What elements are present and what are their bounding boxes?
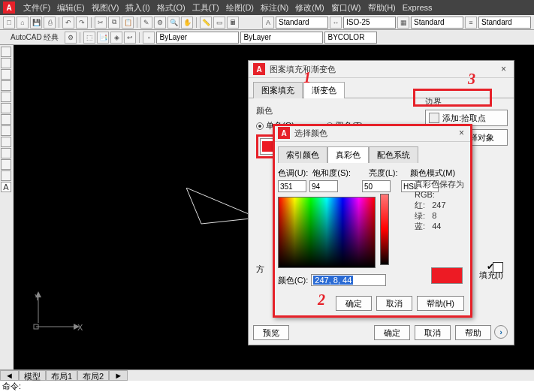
ucs-icon: Y X	[36, 323, 81, 332]
mlstyle-dropdown[interactable]: Standard	[478, 17, 531, 29]
preview-swatch	[431, 267, 463, 284]
border-group-label: 边界	[425, 96, 508, 107]
lum-label: 亮度(L):	[369, 167, 398, 179]
ok-button[interactable]: 确定	[374, 325, 410, 340]
dimstyle-dropdown[interactable]: ISO-25	[343, 17, 396, 29]
plot-icon[interactable]: ⎙	[44, 17, 56, 29]
close-icon[interactable]: ×	[498, 64, 509, 74]
sat-input[interactable]: 94	[309, 180, 338, 192]
dimstyle-icon[interactable]: ↔	[330, 17, 342, 29]
undo-icon[interactable]: ↶	[62, 17, 74, 29]
lineweight-dropdown[interactable]: BYCOLOR	[324, 32, 377, 44]
line-tool-icon[interactable]	[1, 47, 11, 57]
menu-view[interactable]: 视图(V)	[89, 2, 122, 14]
cut-icon[interactable]: ✂	[95, 17, 107, 29]
save-icon[interactable]: 💾	[30, 17, 42, 29]
text-tool-icon[interactable]	[1, 125, 11, 136]
command-line[interactable]: 命令:	[0, 381, 534, 392]
ctab-true[interactable]: 真彩色	[327, 146, 369, 163]
rect-tool-icon[interactable]	[1, 92, 11, 102]
menu-dimension[interactable]: 标注(N)	[258, 2, 291, 14]
menu-express[interactable]: Express	[400, 2, 436, 13]
menu-modify[interactable]: 修改(M)	[292, 2, 327, 14]
tablestyle-icon[interactable]: ▦	[397, 17, 409, 29]
color-icon[interactable]: ▫	[143, 32, 155, 44]
dist-icon[interactable]: 📏	[200, 17, 212, 29]
menu-draw[interactable]: 绘图(D)	[223, 2, 257, 14]
textstyle-dropdown[interactable]: Standard	[276, 17, 328, 29]
menu-file[interactable]: 文件(F)	[20, 2, 53, 14]
ucs-x-label: X	[77, 323, 83, 332]
linetype-dropdown[interactable]: ByLayer	[240, 32, 323, 44]
paste-icon[interactable]: 📋	[122, 17, 134, 29]
color-spectrum[interactable]	[278, 197, 376, 268]
app-icon: A	[3, 2, 15, 14]
ctab-index[interactable]: 索引颜色	[278, 146, 327, 163]
layout1-tab[interactable]: 布局1	[46, 370, 77, 381]
preview-button[interactable]: 预览	[253, 325, 289, 340]
cancel-button[interactable]: 取消	[415, 325, 451, 340]
toolbar-properties: AutoCAD 经典 ⚙ ⬚ 📑 ◈ ↩ ▫ ByLayer ByLayer B…	[0, 30, 534, 45]
move-tool-icon[interactable]	[1, 148, 11, 158]
workspace-gear-icon[interactable]: ⚙	[65, 32, 77, 44]
ctab-books[interactable]: 配色系统	[369, 146, 418, 163]
status-bar: ◄ 模型 布局1 布局2 ► 命令:	[0, 369, 534, 392]
layout2-tab[interactable]: 布局2	[77, 370, 109, 381]
hue-input[interactable]: 351	[278, 180, 306, 192]
dim-tool-icon[interactable]	[1, 137, 11, 147]
trim-tool-icon[interactable]	[1, 170, 11, 181]
expand-icon[interactable]: ›	[494, 325, 508, 339]
menu-format[interactable]: 格式(O)	[154, 2, 189, 14]
color-ok-button[interactable]: 确定	[336, 296, 372, 311]
redo-icon[interactable]: ↷	[76, 17, 88, 29]
color-dialog-titlebar[interactable]: A 选择颜色 ×	[273, 125, 472, 142]
copy-tool-icon[interactable]	[1, 159, 11, 170]
menu-window[interactable]: 窗口(W)	[328, 2, 364, 14]
color-value-input[interactable]: 247, 8, 44	[311, 274, 386, 286]
area-icon[interactable]: ▭	[213, 17, 225, 29]
layer-prev-icon[interactable]: ↩	[124, 32, 136, 44]
pan-icon[interactable]: ✋	[181, 17, 193, 29]
luminance-bar[interactable]	[380, 194, 389, 265]
color-field-label: 颜色(C):	[278, 275, 308, 286]
circle-tool-icon[interactable]	[1, 69, 11, 80]
layer-state-icon[interactable]: 📑	[97, 32, 109, 44]
new-icon[interactable]: □	[3, 17, 15, 29]
color-cancel-button[interactable]: 取消	[376, 296, 412, 311]
tablestyle-dropdown[interactable]: Standard	[411, 17, 463, 29]
calc-icon[interactable]: 🖩	[227, 17, 239, 29]
lum-input[interactable]: 50	[362, 180, 391, 192]
style-icon[interactable]: A	[262, 17, 274, 29]
tool-icon[interactable]: ⚙	[154, 17, 166, 29]
layer-color-dropdown[interactable]: ByLayer	[156, 32, 239, 44]
copy-icon[interactable]: ⧉	[108, 17, 120, 29]
menu-edit[interactable]: 编辑(E)	[54, 2, 88, 14]
menu-tools[interactable]: 工具(T)	[189, 2, 222, 14]
mlstyle-icon[interactable]: ≡	[465, 17, 477, 29]
help-button[interactable]: 帮助	[455, 325, 491, 340]
ellipse-tool-icon[interactable]	[1, 103, 11, 113]
color-help-button[interactable]: 帮助(H)	[417, 296, 464, 311]
hatch-dialog-titlebar[interactable]: A 图案填充和渐变色 ×	[249, 61, 514, 78]
a-tool-icon[interactable]: A	[1, 182, 11, 192]
rgb-readout: 真彩色保存为 RGB: 红: 247 绿: 8 蓝: 44	[415, 179, 464, 231]
layer-iso-icon[interactable]: ◈	[110, 32, 122, 44]
menu-help[interactable]: 帮助(H)	[365, 2, 399, 14]
open-icon[interactable]: ⌂	[17, 17, 29, 29]
hue-label: 色调(U):	[278, 167, 308, 179]
zoom-icon[interactable]: 🔍	[167, 17, 180, 29]
hatch-tool-icon[interactable]	[1, 114, 11, 125]
menu-insert[interactable]: 插入(I)	[122, 2, 152, 14]
workspace-label[interactable]: AutoCAD 经典	[6, 31, 63, 44]
match-icon[interactable]: ✎	[140, 17, 152, 29]
arc-tool-icon[interactable]	[1, 80, 11, 91]
tab-nav-next-icon[interactable]: ►	[109, 370, 128, 381]
tab-nav-prev-icon[interactable]: ◄	[0, 370, 19, 381]
layer-icon[interactable]: ⬚	[83, 32, 95, 44]
mode-label: 颜色模式(M)	[410, 167, 456, 179]
color-close-icon[interactable]: ×	[456, 128, 467, 138]
polyline-tool-icon[interactable]	[1, 58, 11, 68]
tab-gradient[interactable]: 渐变色	[303, 82, 345, 98]
tab-hatch[interactable]: 图案填充	[253, 82, 303, 98]
model-tab[interactable]: 模型	[19, 370, 46, 381]
